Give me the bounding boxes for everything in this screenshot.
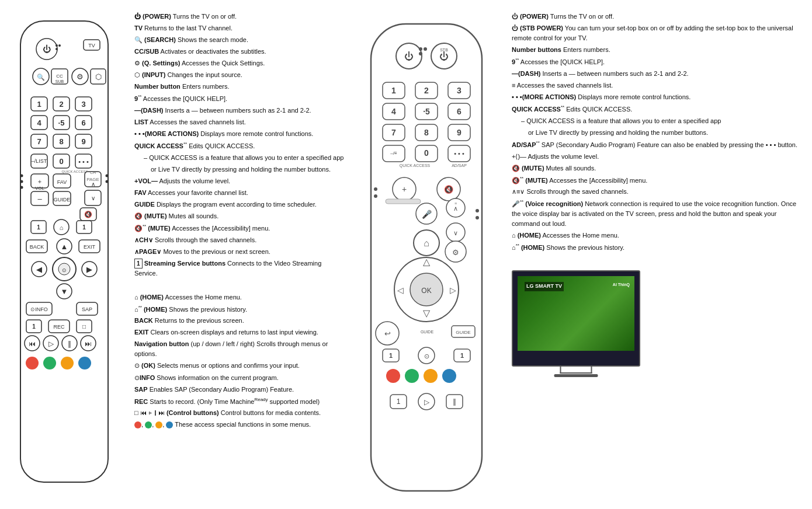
svg-text:8: 8: [59, 137, 63, 146]
svg-point-5: [55, 48, 58, 50]
mute-access-desc: 🔇** (MUTE) Accesses the [Accessibility] …: [134, 223, 345, 233]
svg-text:◁: ◁: [397, 285, 404, 295]
svg-point-112: [419, 52, 422, 55]
svg-text:TV: TV: [88, 43, 95, 48]
tv-image-container: LG SMART TV AI ThinQ: [512, 270, 652, 378]
tv-brand-label: LG SMART TV: [525, 282, 564, 291]
svg-text:∨: ∨: [91, 195, 95, 201]
sap-desc: SAP Enables SAP (Secondary Audio Program…: [134, 385, 345, 395]
left-remote-section: ⏻ TV 🔍 CC SUB ⚙ ⬡ 1: [0, 0, 129, 509]
svg-point-180: [386, 369, 400, 383]
r-vol-desc: +⟨)— Adjusts the volume level.: [512, 152, 805, 162]
svg-text:⊙INFO: ⊙INFO: [30, 306, 48, 312]
svg-text:⏭: ⏭: [85, 340, 92, 348]
svg-rect-148: [386, 199, 421, 204]
back-desc: BACK Returns to the previous screen.: [134, 316, 345, 326]
svg-text:1: 1: [37, 224, 40, 231]
svg-point-106: [78, 357, 91, 369]
svg-text:GUIDE: GUIDE: [421, 330, 434, 334]
svg-text:0: 0: [424, 148, 429, 158]
svg-text:⏻: ⏻: [404, 51, 414, 61]
svg-point-4: [58, 44, 61, 47]
svg-text:↩: ↩: [384, 329, 391, 338]
left-description-panel: ⏻ (POWER) Turns the TV on or off. TV Ret…: [129, 0, 351, 509]
svg-text:△: △: [423, 257, 431, 267]
tv-stand-base: [554, 374, 598, 377]
r-adsap-desc: AD/SAP** SAP (Secondary Audio Program) F…: [512, 140, 805, 150]
r-voice-desc: 🎤** (Voice recognition) Network connecti…: [512, 198, 805, 229]
ch-scroll-desc: ∧CH∨ Scrolls through the saved channels.: [134, 235, 345, 245]
input-desc: ⬡ (INPUT) Changes the input source.: [134, 70, 345, 80]
svg-text:• • •: • • •: [78, 158, 89, 165]
svg-text:REC: REC: [53, 324, 65, 330]
svg-text:⬡: ⬡: [95, 72, 102, 81]
quickhelp-desc: 9** Accesses the [QUICK HELP].: [134, 93, 345, 104]
home-desc: ⌂ (HOME) Accesses the Home menu.: [134, 292, 345, 302]
svg-point-183: [442, 369, 456, 383]
color-buttons-desc: , , , These access special functions in …: [134, 420, 345, 430]
svg-text:◀: ◀: [36, 265, 42, 274]
svg-text:∧: ∧: [453, 205, 458, 212]
center-remote-section: ⏻ ⏻ STB 1 2 3 4 ·5 6 7 8 9 –/≡: [351, 0, 502, 509]
number-button-desc: Number button Enters numbers.: [134, 82, 345, 92]
svg-text:OK: OK: [421, 287, 431, 295]
left-remote-diagram: ⏻ TV 🔍 CC SUB ⚙ ⬡ 1: [9, 15, 120, 494]
svg-text:AD/SAP: AD/SAP: [452, 163, 467, 168]
vol-desc: +VOL— Adjusts the volume level.: [134, 176, 345, 186]
svg-text:1: 1: [389, 352, 393, 359]
svg-text:7: 7: [37, 137, 41, 146]
svg-text:0: 0: [59, 157, 63, 166]
svg-point-146: [374, 187, 377, 191]
svg-text:🔇: 🔇: [444, 184, 454, 194]
svg-text:1: 1: [37, 100, 41, 109]
ccsub-desc: CC/SUB Activates or deactivates the subt…: [134, 47, 345, 57]
svg-text:• • •: • • •: [454, 150, 464, 157]
quick-access-desc: QUICK ACCESS** Edits QUICK ACCESS.: [134, 141, 345, 151]
svg-text:GUIDE: GUIDE: [54, 197, 71, 203]
r-stb-desc: ⏻ (STB POWER) You can turn your set-top …: [512, 23, 805, 43]
svg-text:⊙: ⊙: [62, 267, 67, 273]
svg-text:CC: CC: [56, 74, 63, 79]
tv-screen: LG SMART TV AI ThinQ: [518, 276, 634, 351]
svg-text:CH: CH: [90, 170, 96, 175]
control-buttons-desc: □ ⏮ ▷ ‖ ⏭ (Control buttons) Control butt…: [134, 408, 345, 418]
r-power-desc: ⏻ (POWER) Turns the TV on or off.: [512, 12, 805, 22]
r-mute2-desc: 🔇** (MUTE) Accesses the [Accessibility] …: [512, 175, 805, 186]
svg-text:▶: ▶: [86, 265, 92, 274]
svg-text:3: 3: [81, 100, 85, 109]
svg-text:▷: ▷: [450, 285, 456, 295]
svg-text:▲: ▲: [61, 242, 68, 251]
dash-desc: —(DASH) Inserts a — between numbers such…: [134, 106, 345, 116]
svg-text:🔍: 🔍: [37, 73, 45, 81]
svg-text:4: 4: [391, 107, 396, 116]
quick-access-detail2: or Live TV directly by pressing and hold…: [151, 165, 345, 175]
right-description-panel: ⏻ (POWER) Turns the TV on or off. ⏻ (STB…: [502, 0, 812, 509]
svg-text:≡: ≡: [454, 201, 457, 205]
power-desc: ⏻ (POWER) Turns the TV on or off.: [134, 12, 345, 22]
svg-text:⚙: ⚙: [77, 72, 84, 81]
svg-point-54: [106, 175, 109, 177]
svg-text:□: □: [82, 323, 86, 330]
r-quick-access-detail2: or Live TV directly by pressing and hold…: [528, 128, 805, 138]
page-desc: ∧PAGE∨ Moves to the previous or next scr…: [134, 247, 345, 257]
svg-text:∨: ∨: [453, 229, 458, 236]
svg-text:▷: ▷: [424, 398, 430, 406]
svg-point-3: [55, 44, 58, 47]
svg-point-110: [419, 47, 422, 51]
svg-point-41: [20, 175, 23, 177]
guide-desc: GUIDE Displays the program event accordi…: [134, 200, 345, 210]
svg-text:EXIT: EXIT: [84, 244, 96, 250]
search-desc: 🔍 (SEARCH) Shows the search mode.: [134, 35, 345, 45]
svg-point-157: [476, 216, 479, 219]
svg-text:1: 1: [32, 323, 36, 330]
svg-text:+: +: [402, 184, 407, 194]
svg-text:QUICK ACCESS: QUICK ACCESS: [400, 163, 431, 168]
r-number-desc: Number buttons Enters numbers.: [512, 45, 805, 55]
svg-text:SUB: SUB: [55, 79, 64, 83]
svg-point-104: [43, 357, 56, 369]
quick-access-detail1: – QUICK ACCESS is a feature that allows …: [144, 153, 345, 163]
r-dash-desc: —(DASH) Inserts a — between numbers such…: [512, 69, 805, 79]
svg-text:🔇: 🔇: [84, 210, 92, 218]
streaming-desc: 1 Streaming Service buttons Connects to …: [134, 259, 345, 279]
r-quickhelp-desc: 9** Accesses the [QUICK HELP].: [512, 57, 805, 67]
